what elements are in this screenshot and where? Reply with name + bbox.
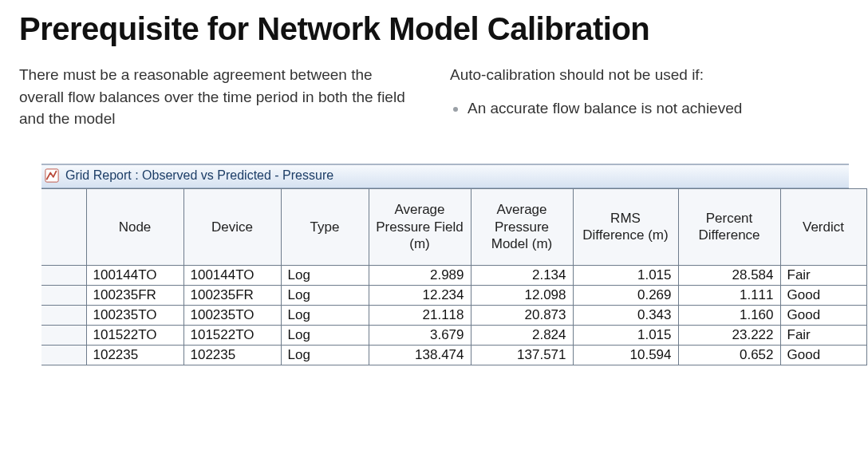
table-row[interactable]: 100235FR100235FRLog12.23412.0980.2691.11…	[41, 285, 866, 305]
cell-pct[interactable]: 0.652	[678, 345, 780, 365]
cell-rms[interactable]: 10.594	[573, 345, 678, 365]
cell-pct[interactable]: 1.111	[678, 285, 780, 305]
grid-header-rms[interactable]: RMS Difference (m)	[573, 188, 678, 265]
grid-header-type[interactable]: Type	[281, 188, 369, 265]
table-row[interactable]: 100144TO100144TOLog2.9892.1341.01528.584…	[41, 265, 866, 285]
cell-avg-field[interactable]: 2.989	[369, 265, 471, 285]
cell-avg-model[interactable]: 12.098	[471, 285, 573, 305]
cell-type[interactable]: Log	[281, 285, 369, 305]
right-bullet-list: An accurate flow balance is not achieved	[450, 97, 849, 120]
cell-node[interactable]: 102235	[86, 345, 183, 365]
cell-avg-model[interactable]: 137.571	[471, 345, 573, 365]
cell-node[interactable]: 100235FR	[86, 285, 183, 305]
app-icon	[45, 168, 59, 183]
row-gutter[interactable]	[41, 265, 86, 285]
cell-device[interactable]: 100235TO	[183, 305, 281, 325]
cell-avg-model[interactable]: 2.134	[471, 265, 573, 285]
page: Prerequisite for Network Model Calibrati…	[0, 0, 868, 365]
cell-verdict[interactable]: Good	[780, 285, 866, 305]
cell-avg-field[interactable]: 21.118	[369, 305, 471, 325]
grid-body: 100144TO100144TOLog2.9892.1341.01528.584…	[41, 265, 866, 365]
cell-avg-model[interactable]: 20.873	[471, 305, 573, 325]
cell-verdict[interactable]: Good	[780, 305, 866, 325]
grid-header-device[interactable]: Device	[183, 188, 281, 265]
cell-avg-field[interactable]: 3.679	[369, 325, 471, 345]
cell-device[interactable]: 102235	[183, 345, 281, 365]
cell-rms[interactable]: 1.015	[573, 265, 678, 285]
window-title-text: Grid Report : Observed vs Predicted - Pr…	[65, 168, 333, 183]
cell-node[interactable]: 100144TO	[86, 265, 183, 285]
cell-verdict[interactable]: Fair	[780, 265, 866, 285]
cell-device[interactable]: 100144TO	[183, 265, 281, 285]
left-paragraph: There must be a reasonable agreement bet…	[19, 64, 418, 130]
cell-type[interactable]: Log	[281, 325, 369, 345]
grid-header-pct[interactable]: Percent Difference	[678, 188, 780, 265]
cell-avg-field[interactable]: 138.474	[369, 345, 471, 365]
cell-avg-model[interactable]: 2.824	[471, 325, 573, 345]
two-column-text: There must be a reasonable agreement bet…	[19, 64, 849, 130]
grid-header-row: Node Device Type Average Pressure Field …	[41, 188, 866, 265]
page-title: Prerequisite for Network Model Calibrati…	[19, 11, 849, 46]
cell-pct[interactable]: 1.160	[678, 305, 780, 325]
cell-device[interactable]: 101522TO	[183, 325, 281, 345]
right-column: Auto-calibration should not be used if: …	[450, 64, 849, 130]
cell-type[interactable]: Log	[281, 305, 369, 325]
cell-type[interactable]: Log	[281, 265, 369, 285]
cell-rms[interactable]: 1.015	[573, 325, 678, 345]
row-gutter[interactable]	[41, 285, 86, 305]
left-column: There must be a reasonable agreement bet…	[19, 64, 418, 130]
table-row[interactable]: 101522TO101522TOLog3.6792.8241.01523.222…	[41, 325, 866, 345]
grid-table: Node Device Type Average Pressure Field …	[41, 188, 867, 365]
cell-verdict[interactable]: Good	[780, 345, 866, 365]
cell-pct[interactable]: 23.222	[678, 325, 780, 345]
grid-header-verdict[interactable]: Verdict	[780, 188, 866, 265]
right-bullet-item: An accurate flow balance is not achieved	[468, 97, 849, 120]
row-gutter[interactable]	[41, 305, 86, 325]
cell-node[interactable]: 101522TO	[86, 325, 183, 345]
row-gutter[interactable]	[41, 325, 86, 345]
grid-header-node[interactable]: Node	[86, 188, 183, 265]
cell-type[interactable]: Log	[281, 345, 369, 365]
cell-pct[interactable]: 28.584	[678, 265, 780, 285]
row-gutter[interactable]	[41, 345, 86, 365]
cell-device[interactable]: 100235FR	[183, 285, 281, 305]
cell-verdict[interactable]: Fair	[780, 325, 866, 345]
table-row[interactable]: 100235TO100235TOLog21.11820.8730.3431.16…	[41, 305, 866, 325]
grid-header-avg-field[interactable]: Average Pressure Field (m)	[369, 188, 471, 265]
table-row[interactable]: 102235102235Log138.474137.57110.5940.652…	[41, 345, 866, 365]
window-titlebar: Grid Report : Observed vs Predicted - Pr…	[41, 165, 849, 188]
right-intro: Auto-calibration should not be used if:	[450, 64, 849, 86]
grid-wrap: Node Device Type Average Pressure Field …	[41, 188, 849, 365]
grid-header-avg-model[interactable]: Average Pressure Model (m)	[471, 188, 573, 265]
cell-rms[interactable]: 0.269	[573, 285, 678, 305]
cell-node[interactable]: 100235TO	[86, 305, 183, 325]
grid-header-gutter	[41, 188, 86, 265]
cell-avg-field[interactable]: 12.234	[369, 285, 471, 305]
cell-rms[interactable]: 0.343	[573, 305, 678, 325]
grid-report-window: Grid Report : Observed vs Predicted - Pr…	[41, 164, 849, 365]
